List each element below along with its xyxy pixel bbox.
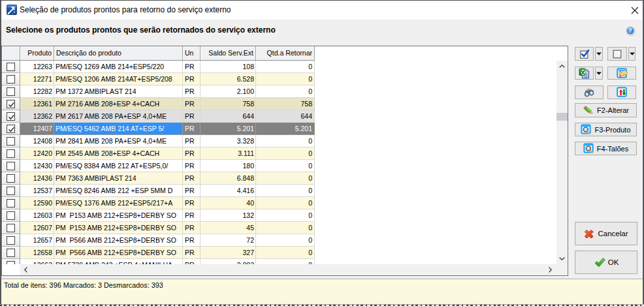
row-checkbox-cell[interactable] xyxy=(2,185,20,197)
table-row[interactable]: 12590PM/ESQ 1376 AMB 212+ESP5/217+APR400 xyxy=(2,197,315,209)
row-checkbox[interactable] xyxy=(7,100,15,108)
row-checkbox[interactable] xyxy=(7,187,15,195)
table-row[interactable]: 12362PM 2617 AMB 208 PA+ESP 4,0+MEPR6446… xyxy=(2,110,315,123)
cell-produto[interactable]: 12282 xyxy=(20,85,54,98)
scroll-left-button[interactable] xyxy=(20,264,31,275)
row-checkbox-cell[interactable] xyxy=(2,209,20,222)
scroll-right-button[interactable] xyxy=(545,264,556,275)
table-row[interactable]: 12282PM 1372 AMBIPLAST 214PR2.1000 xyxy=(2,85,315,98)
vertical-scrollbar-thumb[interactable] xyxy=(556,113,568,121)
row-checkbox-cell[interactable] xyxy=(2,110,20,123)
row-checkbox[interactable] xyxy=(7,224,15,232)
row-checkbox-cell[interactable] xyxy=(2,73,20,85)
vertical-scrollbar[interactable] xyxy=(556,61,568,264)
cell-un[interactable]: PR xyxy=(183,197,201,209)
row-checkbox[interactable] xyxy=(7,174,15,183)
cell-produto[interactable]: 12408 xyxy=(20,135,54,147)
f3-produto-button[interactable]: F3-Produto xyxy=(575,123,637,136)
row-checkbox[interactable] xyxy=(7,199,15,207)
row-checkbox-cell[interactable] xyxy=(2,123,20,135)
table-row[interactable]: 12361PM 2716 AMB 208+ESP 4+CACHPR758758 xyxy=(2,98,315,110)
cell-produto[interactable]: 12607 xyxy=(20,222,54,234)
cell-produto[interactable]: 12603 xyxy=(20,209,54,222)
row-checkbox-cell[interactable] xyxy=(2,222,20,234)
row-checkbox-cell[interactable] xyxy=(2,98,20,110)
header-produto[interactable]: Produto xyxy=(20,46,54,61)
table-row[interactable]: 12663PM 5739 AMB 242 +ESP 4+MANILHAPR2.0… xyxy=(2,259,315,264)
cell-descricao[interactable]: PM 7363 AMBIPLAST 214 xyxy=(54,172,183,185)
cell-produto[interactable]: 12658 xyxy=(20,247,54,259)
row-checkbox[interactable] xyxy=(7,211,15,220)
cell-un[interactable]: PR xyxy=(183,98,201,110)
uncheck-all-dropdown[interactable] xyxy=(628,47,636,61)
cell-produto[interactable]: 12271 xyxy=(20,73,54,85)
cell-qtd[interactable]: 0 xyxy=(256,85,315,98)
cell-qtd[interactable]: 0 xyxy=(256,234,315,247)
table-row[interactable]: 12436PM 7363 AMBIPLAST 214PR6.8480 xyxy=(2,172,315,185)
cell-qtd[interactable]: 0 xyxy=(256,147,315,160)
cell-produto[interactable]: 12590 xyxy=(20,197,54,209)
cell-descricao[interactable]: PM/ESQ 1269 AMB 214+ESP5/220 xyxy=(54,61,183,73)
row-checkbox[interactable] xyxy=(7,87,15,96)
close-button[interactable] xyxy=(625,1,644,20)
cell-un[interactable]: PR xyxy=(183,185,201,197)
cell-saldo[interactable]: 2.083 xyxy=(201,259,256,264)
cell-descricao[interactable]: PM P566 AMB 212+ESP8+DERBY SO xyxy=(54,234,183,247)
f4-taloes-button[interactable]: F4-Talões xyxy=(575,142,637,155)
row-checkbox-cell[interactable] xyxy=(2,234,20,247)
cell-produto[interactable]: 12362 xyxy=(20,110,54,123)
cell-qtd[interactable]: 0 xyxy=(256,259,315,264)
help-icon[interactable]: ? xyxy=(625,25,637,37)
cell-qtd[interactable]: 0 xyxy=(256,61,315,73)
cell-produto[interactable]: 12407 xyxy=(20,123,54,135)
cell-qtd[interactable]: 0 xyxy=(256,135,315,147)
header-descricao[interactable]: Descrição do produto xyxy=(54,46,183,61)
cell-un[interactable]: PR xyxy=(183,147,201,160)
cell-un[interactable]: PR xyxy=(183,135,201,147)
cell-saldo[interactable]: 4.416 xyxy=(201,185,256,197)
cell-descricao[interactable]: PM/ESQ 1206 AMB 214AT+ESP5/208 xyxy=(54,73,183,85)
cell-descricao[interactable]: PM 2545 AMB 208+ESP 4+CACH xyxy=(54,147,183,160)
header-saldo[interactable]: Saldo Serv.Ext xyxy=(201,46,256,61)
cell-produto[interactable]: 12430 xyxy=(20,160,54,172)
row-checkbox-cell[interactable] xyxy=(2,160,20,172)
header-un[interactable]: Un xyxy=(183,46,201,61)
cell-produto[interactable]: 12420 xyxy=(20,147,54,160)
row-checkbox-cell[interactable] xyxy=(2,247,20,259)
cell-produto[interactable]: 12657 xyxy=(20,234,54,247)
cell-qtd[interactable]: 5.201 xyxy=(256,123,315,135)
cell-saldo[interactable]: 72 xyxy=(201,234,256,247)
cell-saldo[interactable]: 327 xyxy=(201,247,256,259)
table-row[interactable]: 12407PM/ESQ 5462 AMB 214 AT+ESP 5/PR5.20… xyxy=(2,123,315,135)
cell-qtd[interactable]: 0 xyxy=(256,73,315,85)
search-button[interactable] xyxy=(575,85,604,99)
cell-produto[interactable]: 12537 xyxy=(20,185,54,197)
row-checkbox[interactable] xyxy=(7,75,15,84)
cell-descricao[interactable]: PM/ESQ 1376 AMB 212+ESP5/217+A xyxy=(54,197,183,209)
check-all-dropdown[interactable] xyxy=(595,47,603,61)
cell-un[interactable]: PR xyxy=(183,61,201,73)
row-checkbox[interactable] xyxy=(7,162,15,170)
cell-qtd[interactable]: 644 xyxy=(256,110,315,123)
cell-saldo[interactable]: 40 xyxy=(201,197,256,209)
cell-produto[interactable]: 12361 xyxy=(20,98,54,110)
cell-qtd[interactable]: 0 xyxy=(256,247,315,259)
cell-saldo[interactable]: 6.848 xyxy=(201,172,256,185)
sort-button[interactable] xyxy=(607,85,636,99)
table-row[interactable]: 12263PM/ESQ 1269 AMB 214+ESP5/220PR1080 xyxy=(2,61,315,73)
row-checkbox[interactable] xyxy=(7,137,15,145)
cell-un[interactable]: PR xyxy=(183,160,201,172)
table-row[interactable]: 12603PM P153 AMB 212+ESP8+DERBY SOPR1320 xyxy=(2,209,315,222)
cell-produto[interactable]: 12263 xyxy=(20,61,54,73)
cell-descricao[interactable]: PM 2716 AMB 208+ESP 4+CACH xyxy=(54,98,183,110)
row-checkbox-cell[interactable] xyxy=(2,61,20,73)
row-checkbox[interactable] xyxy=(7,112,15,121)
row-checkbox[interactable] xyxy=(7,125,15,133)
cell-produto[interactable]: 12663 xyxy=(20,259,54,264)
cell-descricao[interactable]: PM 2841 AMB 208 PA+ESP 4,0+ME xyxy=(54,135,183,147)
cell-un[interactable]: PR xyxy=(183,110,201,123)
row-checkbox-cell[interactable] xyxy=(2,172,20,185)
cell-saldo[interactable]: 2.100 xyxy=(201,85,256,98)
table-row[interactable]: 12658PM P566 AMB 212+ESP8+DERBY SOPR3270 xyxy=(2,247,315,259)
export-excel-button[interactable] xyxy=(575,67,594,80)
